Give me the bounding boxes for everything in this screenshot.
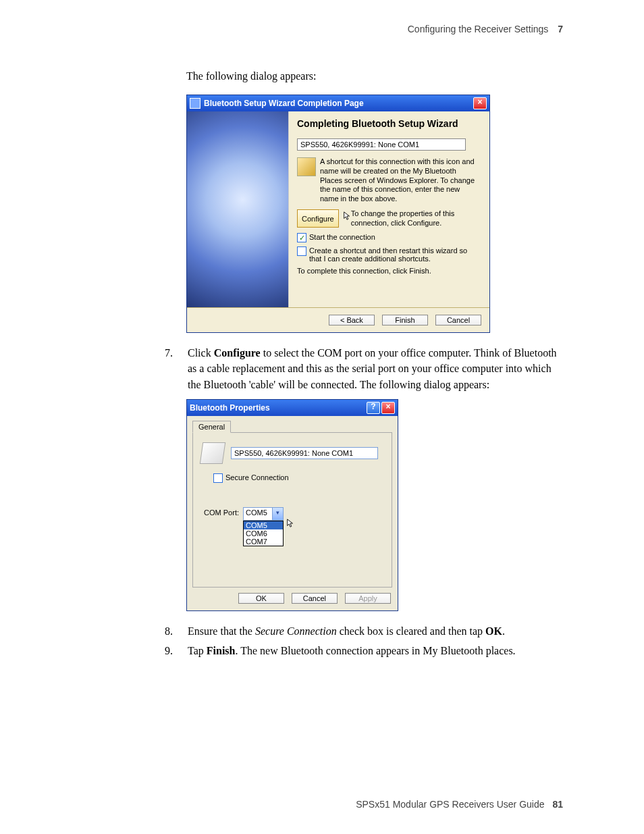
restart-wizard-checkbox[interactable]	[297, 246, 306, 256]
general-tab[interactable]: General	[192, 421, 231, 433]
help-icon[interactable]: ?	[367, 402, 380, 414]
footer-title: SPSx51 Modular GPS Receivers User Guide	[356, 799, 544, 810]
header-title: Configuring the Receiver Settings	[408, 24, 549, 34]
close-icon[interactable]: ×	[381, 402, 395, 414]
finish-button[interactable]: Finish	[382, 315, 428, 325]
dialog2-footer: OK Cancel Apply	[187, 588, 398, 610]
step-number: 7.	[165, 345, 173, 361]
shortcut-description: A shortcut for this connection with this…	[320, 157, 480, 204]
dialog1-titlebar: Bluetooth Setup Wizard Completion Page ×	[187, 95, 489, 111]
step-7: 7. Click Configure to select the COM por…	[165, 345, 563, 392]
cancel-button[interactable]: Cancel	[292, 593, 338, 604]
connection-icon	[200, 442, 225, 464]
step-number: 9.	[165, 643, 173, 658]
start-connection-checkbox[interactable]	[297, 233, 306, 242]
bluetooth-wizard-dialog: Bluetooth Setup Wizard Completion Page ×…	[186, 95, 490, 333]
page-number: 81	[552, 799, 563, 810]
step-8: 8. Ensure that the Secure Connection che…	[165, 623, 563, 639]
connection-name-input[interactable]: SPS550, 4626K99991: None COM1	[297, 138, 466, 151]
general-panel: SPS550, 4626K99991: None COM1 Secure Con…	[192, 432, 392, 588]
step-9: 9. Tap Finish. The new Bluetooth connect…	[165, 643, 563, 658]
cancel-button[interactable]: Cancel	[435, 315, 481, 325]
restart-wizard-label: Create a shortcut and then restart this …	[309, 246, 480, 263]
complete-text: To complete this connection, click Finis…	[297, 267, 480, 275]
page: Configuring the Receiver Settings 7 The …	[0, 0, 644, 834]
dialog1-footer: < Back Finish Cancel	[187, 307, 489, 332]
com-option[interactable]: COM5	[244, 521, 283, 529]
step-number: 8.	[165, 623, 173, 639]
secure-connection-checkbox[interactable]	[213, 473, 223, 483]
wizard-globe-image	[187, 111, 289, 307]
page-footer: SPSx51 Modular GPS Receivers User Guide …	[356, 799, 563, 810]
close-icon[interactable]: ×	[473, 97, 487, 109]
ok-button[interactable]: OK	[238, 593, 284, 604]
chapter-number: 7	[558, 24, 563, 34]
running-header: Configuring the Receiver Settings 7	[81, 24, 563, 34]
com-port-label: COM Port:	[201, 507, 243, 517]
cursor-icon	[286, 519, 294, 528]
bluetooth-icon	[190, 98, 200, 109]
dialog2-title: Bluetooth Properties	[190, 403, 270, 413]
com-port-select[interactable]: COM5 ▾	[243, 507, 284, 521]
secure-connection-label: Secure Connection	[225, 473, 289, 481]
dialog2-titlebar: Bluetooth Properties ? ×	[187, 400, 398, 416]
com-port-dropdown: COM5 COM6 COM7	[243, 521, 284, 546]
com-option[interactable]: COM6	[244, 529, 283, 538]
dialog1-title: Bluetooth Setup Wizard Completion Page	[204, 99, 364, 108]
configure-description: To change the properties of this connect…	[351, 209, 480, 228]
configure-button[interactable]: Configure	[297, 209, 339, 228]
shortcut-icon	[297, 157, 316, 176]
chevron-down-icon[interactable]: ▾	[272, 508, 283, 520]
start-connection-label: Start the connection	[309, 233, 375, 241]
apply-button[interactable]: Apply	[345, 593, 391, 604]
cursor-icon	[343, 211, 351, 221]
intro-text: The following dialog appears:	[186, 68, 563, 84]
back-button[interactable]: < Back	[329, 315, 375, 325]
wizard-heading: Completing Bluetooth Setup Wizard	[297, 118, 480, 129]
bluetooth-properties-dialog: Bluetooth Properties ? × General SPS550,…	[186, 399, 398, 611]
properties-name-input[interactable]: SPS550, 4626K99991: None COM1	[231, 447, 378, 459]
com-option[interactable]: COM7	[244, 538, 283, 546]
